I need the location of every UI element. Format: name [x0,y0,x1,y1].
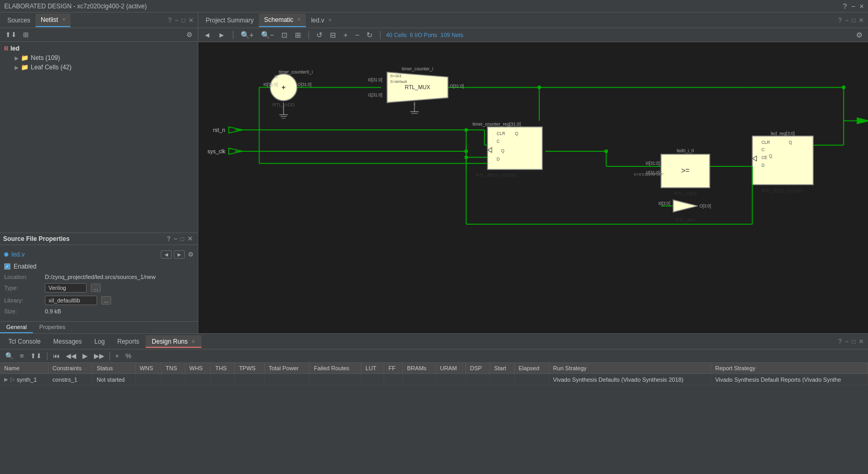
schematic-area[interactable]: + RTL_ADD I0[31:0] I1 O[31:0] timer_coun… [198,42,868,333]
props-help-icon[interactable]: ? [167,235,170,242]
sch-minus-btn[interactable]: − [353,30,361,40]
col-header-whs[interactable]: WHS [185,363,211,374]
col-header-status[interactable]: Status [92,363,135,374]
close-button[interactable]: × [860,2,864,10]
col-header-constraints[interactable]: Constraints [48,363,92,374]
col-header-name[interactable]: Name [0,363,48,374]
tree-root-led[interactable]: R led [0,44,198,53]
col-header-tpws[interactable]: TPWS [234,363,264,374]
col-header-run-strategy[interactable]: Run Strategy [549,363,711,374]
tab-tcl-label: Tcl Console [8,338,41,345]
help-button[interactable]: ? [843,2,847,10]
sch-rotate-btn[interactable]: ↺ [314,30,325,40]
left-restore-icon[interactable]: □ [182,17,185,24]
col-header-failed-routes[interactable]: Failed Routes [310,363,361,374]
expand-btn[interactable]: ⊞ [21,30,31,40]
type-input[interactable] [45,283,87,293]
tab-schematic-close[interactable]: × [298,17,301,22]
prop-file-name-label: led.v [11,251,25,258]
dr-play-btn[interactable]: ▶ [80,351,90,361]
dr-prev-btn[interactable]: ◀◀ [64,351,78,361]
prop-gear-icon[interactable]: ⚙ [188,251,194,258]
col-header-dsp[interactable]: DSP [466,363,490,374]
center-minimize-icon[interactable]: − [845,17,849,24]
col-header-brams[interactable]: BRAMs [402,363,435,374]
bottom-help-icon[interactable]: ? [838,338,842,345]
bottom-close-icon[interactable]: ✕ [859,338,864,345]
table-row[interactable]: ▶ ▷ synth_1 constrs_1 Not started [0,374,868,385]
props-minimize-icon[interactable]: − [174,235,177,242]
dr-collapse-btn[interactable]: ≡ [18,351,26,361]
dr-skip-start-btn[interactable]: ⏮ [51,351,62,361]
col-header-wns[interactable]: WNS [135,363,161,374]
dr-percent-btn[interactable]: % [123,351,134,361]
sch-split-h-btn[interactable]: ⊟ [328,30,338,40]
left-help-icon[interactable]: ? [168,17,172,24]
props-restore-icon[interactable]: □ [181,235,184,242]
netlist-gear-btn[interactable]: ⚙ [184,30,195,40]
prop-tab-general[interactable]: General [0,322,33,333]
col-header-ff[interactable]: FF [384,363,402,374]
dr-next-btn[interactable]: ▶▶ [92,351,106,361]
col-header-report-strategy[interactable]: Report Strategy [711,363,868,374]
sch-fit2-btn[interactable]: ⊞ [293,30,303,40]
tab-messages[interactable]: Messages [47,335,88,348]
run-expand-icon[interactable]: ▶ [4,376,8,382]
tab-led-v-close[interactable]: × [328,17,331,23]
col-header-ths[interactable]: THS [211,363,234,374]
props-close-icon[interactable]: ✕ [187,235,193,242]
dr-search-btn[interactable]: 🔍 [3,351,16,361]
nets-expand-icon: ▶ [15,55,19,61]
sch-nets-stat[interactable]: 109 Nets [441,32,463,38]
enabled-checkbox[interactable] [4,263,10,270]
type-browse-btn[interactable]: ... [91,284,101,292]
tree-item-leafcells[interactable]: ▶ 📁 Leaf Cells (42) [0,63,198,72]
sch-forward-btn[interactable]: ► [216,30,228,40]
center-help-icon[interactable]: ? [838,17,842,24]
left-minimize-icon[interactable]: − [175,17,179,24]
prop-prev-btn[interactable]: ◄ [161,250,172,259]
col-header-lut[interactable]: LUT [361,363,384,374]
col-header-elapsed[interactable]: Elapsed [514,363,549,374]
col-header-tns[interactable]: TNS [161,363,185,374]
tab-log[interactable]: Log [88,335,111,348]
sch-gear-btn[interactable]: ⚙ [854,30,865,40]
tab-project-summary[interactable]: Project Summary [200,14,259,27]
tab-tcl-console[interactable]: Tcl Console [2,335,47,348]
collapse-all-btn[interactable]: ⬆⬇ [3,30,19,40]
sch-zoom-in-btn[interactable]: 🔍+ [239,30,256,40]
library-browse-btn[interactable]: ... [101,296,111,305]
sch-zoom-out-btn[interactable]: 🔍− [259,30,276,40]
sch-io-stat[interactable]: 6 I/O Ports [410,32,437,38]
col-header-uram[interactable]: URAM [435,363,466,374]
left-close-icon[interactable]: ✕ [188,17,194,24]
tab-design-runs-close[interactable]: × [192,338,195,345]
dr-add-btn[interactable]: + [113,351,122,361]
prop-next-btn[interactable]: ► [174,250,185,259]
design-runs-table[interactable]: Name Constraints Status WNS TNS WHS THS … [0,363,868,474]
tab-schematic[interactable]: Schematic × [259,14,306,27]
bottom-minimize-icon[interactable]: − [845,338,849,345]
sch-plus-btn[interactable]: + [341,30,350,40]
bottom-restore-icon[interactable]: □ [852,338,855,345]
dr-expand-btn[interactable]: ⬆⬇ [28,351,44,361]
tree-item-nets[interactable]: ▶ 📁 Nets (109) [0,53,198,63]
col-header-start[interactable]: Start [490,363,514,374]
sch-reload-btn[interactable]: ↻ [364,30,375,40]
sch-fit-btn[interactable]: ⊡ [279,30,290,40]
sch-cells-stat[interactable]: 40 Cells [386,32,407,38]
tab-design-runs[interactable]: Design Runs × [146,335,201,348]
tab-netlist[interactable]: Netlist × [35,14,70,27]
tab-led-v[interactable]: led.v × [306,14,337,27]
tab-sources[interactable]: Sources [2,14,35,27]
enabled-row: Enabled [4,261,194,272]
tab-reports[interactable]: Reports [111,335,146,348]
col-header-total-power[interactable]: Total Power [264,363,310,374]
prop-tab-properties[interactable]: Properties [33,322,72,333]
minimize-button[interactable]: − [851,2,855,10]
center-close-icon[interactable]: ✕ [859,17,864,24]
sch-back-btn[interactable]: ◄ [201,30,213,40]
center-restore-icon[interactable]: □ [852,17,855,24]
library-input[interactable] [45,296,97,305]
tab-netlist-close[interactable]: × [62,17,65,22]
